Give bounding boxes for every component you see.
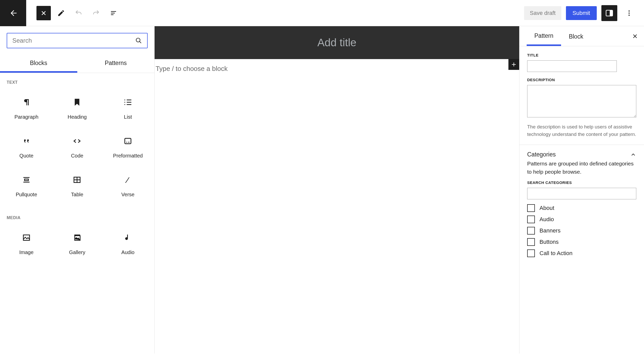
chevron-up-icon — [630, 152, 636, 158]
undo-button[interactable] — [71, 6, 86, 20]
block-paragraph[interactable]: Paragraph — [1, 89, 52, 128]
save-draft-button[interactable]: Save draft — [524, 6, 561, 20]
checkbox[interactable] — [527, 204, 535, 212]
block-label: Pullquote — [16, 192, 37, 198]
category-label: Audio — [539, 216, 554, 223]
category-row[interactable]: Buttons — [527, 236, 636, 248]
checkbox[interactable] — [527, 249, 535, 257]
back-button[interactable] — [0, 0, 26, 26]
svg-point-5 — [629, 14, 630, 16]
close-icon — [40, 10, 47, 17]
panel-title-description: TITLE DESCRIPTION The description is use… — [519, 46, 644, 145]
quote-icon — [22, 136, 31, 146]
block-label: Image — [19, 249, 34, 255]
block-label: Verse — [121, 192, 135, 198]
editor-body[interactable]: Type / to choose a block — [155, 59, 519, 353]
checkbox[interactable] — [527, 227, 535, 235]
section-heading-text: TEXT — [0, 73, 154, 87]
category-row[interactable]: Call to Action — [527, 248, 636, 259]
undo-icon — [75, 9, 82, 17]
editor-canvas: Add title Type / to choose a block — [155, 26, 519, 353]
document-overview-button[interactable] — [106, 6, 121, 20]
code-icon — [72, 136, 82, 146]
block-table[interactable]: Table — [52, 167, 103, 206]
categories-heading[interactable]: Categories — [519, 145, 644, 160]
toolbar-left-group — [26, 6, 121, 20]
block-label: Table — [71, 192, 83, 198]
sidebar-toggle-button[interactable] — [601, 5, 617, 21]
redo-button[interactable] — [89, 6, 103, 20]
block-heading[interactable]: Heading — [52, 89, 103, 128]
category-label: About — [539, 205, 554, 211]
block-label: Code — [71, 153, 83, 159]
search-box[interactable] — [7, 33, 148, 48]
block-code[interactable]: Code — [52, 128, 103, 167]
category-label: Banners — [539, 227, 561, 234]
block-label: Preformatted — [113, 153, 143, 159]
svg-rect-2 — [610, 10, 613, 16]
block-audio[interactable]: Audio — [102, 225, 153, 264]
tab-block[interactable]: Block — [561, 27, 591, 45]
toolbar-right-group: Save draft Submit — [524, 5, 644, 21]
block-label: Heading — [68, 114, 87, 120]
options-button[interactable] — [622, 6, 636, 20]
sidebar-icon — [605, 9, 614, 17]
close-icon — [632, 33, 638, 40]
section-heading-media: MEDIA — [0, 208, 154, 222]
settings-sidebar: Pattern Block TITLE DESCRIPTION The desc… — [519, 26, 644, 353]
title-bar[interactable]: Add title — [155, 26, 519, 59]
close-inserter-button[interactable] — [36, 6, 51, 20]
block-image[interactable]: Image — [1, 225, 52, 264]
more-vertical-icon — [626, 10, 633, 17]
submit-button[interactable]: Submit — [566, 6, 597, 20]
block-label: Audio — [121, 249, 135, 255]
block-label: Paragraph — [14, 114, 38, 120]
search-input[interactable] — [12, 37, 135, 44]
search-categories-input[interactable] — [527, 188, 636, 199]
bookmark-icon — [72, 98, 82, 107]
categories-heading-text: Categories — [527, 151, 556, 158]
title-label: TITLE — [527, 53, 636, 57]
block-verse[interactable]: Verse — [102, 167, 153, 206]
body-placeholder: Type / to choose a block — [155, 65, 228, 72]
pullquote-icon — [22, 175, 31, 184]
category-row[interactable]: Banners — [527, 225, 636, 236]
block-label: Quote — [20, 153, 33, 159]
verse-icon — [123, 175, 132, 184]
tab-pattern[interactable]: Pattern — [527, 26, 561, 46]
block-list[interactable]: List — [102, 89, 153, 128]
title-input[interactable] — [527, 60, 617, 72]
list-view-icon — [110, 9, 117, 17]
block-grid-media: Image Gallery Audio — [0, 222, 154, 266]
tab-blocks[interactable]: Blocks — [0, 55, 77, 73]
gallery-icon — [72, 233, 82, 242]
block-preformatted[interactable]: Preformatted — [102, 128, 153, 167]
category-row[interactable]: About — [527, 202, 636, 214]
pencil-icon — [57, 9, 65, 17]
table-icon — [72, 175, 82, 184]
description-textarea[interactable] — [527, 85, 636, 117]
block-quote[interactable]: Quote — [1, 128, 52, 167]
audio-icon — [123, 233, 132, 242]
add-block-button[interactable] — [508, 59, 519, 70]
category-label: Buttons — [539, 239, 559, 245]
sidebar-tabs: Pattern Block — [519, 26, 644, 46]
tab-patterns[interactable]: Patterns — [77, 55, 155, 73]
category-row[interactable]: Audio — [527, 214, 636, 225]
description-help: The description is used to help users of… — [527, 123, 636, 138]
svg-point-4 — [629, 12, 630, 14]
main-layout: Blocks Patterns TEXT Paragraph Heading L… — [0, 26, 644, 353]
checkbox[interactable] — [527, 238, 535, 246]
block-pullquote[interactable]: Pullquote — [1, 167, 52, 206]
block-inserter: Blocks Patterns TEXT Paragraph Heading L… — [0, 26, 155, 353]
search-categories-label: SEARCH CATEGORIES — [527, 180, 636, 185]
categories-body: SEARCH CATEGORIES About Audio Banners Bu… — [519, 180, 644, 264]
redo-icon — [92, 9, 100, 17]
checkbox[interactable] — [527, 216, 535, 223]
block-gallery[interactable]: Gallery — [52, 225, 103, 264]
sidebar-close-button[interactable] — [632, 33, 638, 40]
svg-line-7 — [139, 41, 141, 43]
block-label: List — [124, 114, 132, 120]
edit-tool-button[interactable] — [54, 6, 68, 20]
plus-icon — [510, 61, 517, 68]
